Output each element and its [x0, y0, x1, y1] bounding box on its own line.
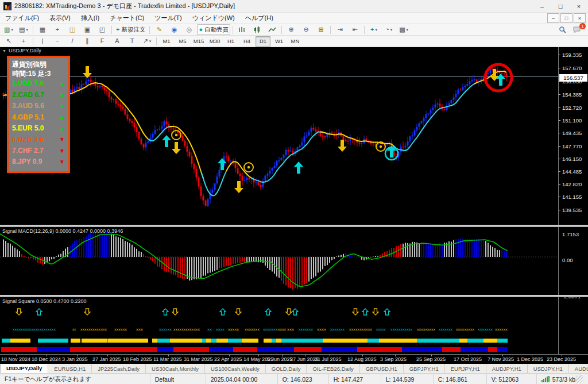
timeframe-m30[interactable]: M30	[207, 36, 222, 47]
chart-tab-audjpy-h1[interactable]: AUDJPY,H1	[486, 364, 528, 373]
chart-tab-jp225cash-daily[interactable]: JP225Cash,Daily	[92, 364, 146, 373]
time-axis-label: 11 Mar 2025	[153, 356, 182, 362]
text-button[interactable]: A	[110, 36, 124, 47]
panel-splitter[interactable]	[0, 295, 588, 297]
periods-button[interactable]: ◔▾	[382, 24, 396, 35]
line-view-button[interactable]	[265, 24, 279, 35]
profiles-button[interactable]: ▤▾	[17, 24, 30, 35]
web-terminal-button[interactable]: ◎	[182, 24, 196, 35]
menu-item-window[interactable]: ウィンドウ(W)	[187, 13, 240, 24]
timeframe-h1[interactable]: H1	[223, 36, 238, 47]
indicators-button[interactable]: +▾	[367, 24, 381, 35]
toolbar-separator	[33, 37, 33, 45]
trendline-button[interactable]: /	[65, 36, 79, 47]
navigator-button[interactable]: ◫	[65, 24, 79, 35]
cursor-button[interactable]: ↖	[2, 36, 16, 47]
signal-bar-segment	[2, 339, 10, 343]
chart-title-label[interactable]: ▼USDJPY,Daily	[2, 48, 41, 53]
child-restore-button[interactable]: □	[560, 13, 572, 23]
chart-tab-usdjpy-h1[interactable]: USDJPY,H1	[528, 364, 569, 373]
time-axis[interactable]: 18 Nov 202410 Dec 20243 Jan 202527 Jan 2…	[0, 354, 588, 364]
price-axis[interactable]: 159.335157.670156.050154.385152.720151.1…	[558, 47, 588, 354]
timeframe-m15[interactable]: M15	[191, 36, 206, 47]
menu-item-file[interactable]: ファイル(F)	[0, 13, 44, 24]
signal-x-row: xxx	[136, 327, 143, 331]
strength-row: 3.AUD 5.6▲	[12, 101, 65, 112]
chart-tab-us100cash-weekly[interactable]: US100Cash,Weekly	[205, 364, 266, 373]
timeframe-m1[interactable]: M1	[159, 36, 174, 47]
new-order-button[interactable]: +新規注文	[114, 24, 147, 35]
chart-tab-us30cash-monthly[interactable]: US30Cash,Monthly	[146, 364, 205, 373]
timeframe-m5[interactable]: M5	[175, 36, 190, 47]
signal-bar-segment	[211, 339, 216, 343]
signal-bar-segment	[228, 339, 242, 343]
text-label-button[interactable]: T	[125, 36, 139, 47]
horizontal-line-button[interactable]: −	[51, 36, 64, 47]
chart-tab-eurjpy-h1[interactable]: EURJPY,H1	[445, 364, 486, 373]
minimize-button[interactable]: –	[533, 0, 551, 12]
chart-tab-gold-daily[interactable]: GOLD,Daily	[266, 364, 307, 373]
chart-tab-usdjpy-daily[interactable]: USDJPY,Daily	[0, 363, 48, 373]
chart-tab-oil-feb26-daily[interactable]: OIL-FEB26,Daily	[307, 364, 359, 373]
templates-button[interactable]: ▩▾	[397, 24, 411, 35]
chart-tab-gbpjpy-h1[interactable]: GBPJPY,H1	[404, 364, 445, 373]
tile-windows-button[interactable]: ⊞	[314, 24, 328, 35]
chart-window[interactable]: ▼USDJPY,Daily 通貨別強弱 時間:15 足:3 1.USD 7.0▲…	[0, 47, 588, 354]
metaeditor-button[interactable]: ✎	[152, 24, 166, 35]
panel-splitter[interactable]	[0, 225, 588, 227]
arrows-button[interactable]: ↗▾	[140, 36, 154, 47]
search-button[interactable]	[555, 24, 569, 35]
macd-panel-canvas[interactable]: Signal MACD(12,26,9) 0.0000 0.4247 0.000…	[0, 227, 558, 295]
timeframe-w1[interactable]: W1	[272, 36, 287, 47]
new-chart-button[interactable]: ▥▾	[2, 24, 16, 35]
strength-row: 2.CAD 6.7▲	[12, 90, 65, 101]
timeframe-h4[interactable]: H4	[239, 36, 254, 47]
terminal-button[interactable]: ▣	[80, 24, 94, 35]
menu-item-tools[interactable]: ツール(T)	[149, 13, 187, 24]
timeframe-d1[interactable]: D1	[256, 36, 270, 47]
signal-square-canvas[interactable]: Signal Square 0.0500 0.4700 0.2200xxxxxx…	[0, 297, 558, 354]
chart-tab-audusd-h1[interactable]: AUDUSD,H1	[569, 364, 588, 373]
chart-shift-button[interactable]: ⇤	[348, 24, 362, 35]
timeframe-mn[interactable]: MN	[288, 36, 303, 47]
signal-bar-segment	[206, 339, 211, 343]
equidistant-channel-button[interactable]: ∥	[80, 36, 94, 47]
signal-trend-segment	[357, 347, 402, 352]
candles-view-button[interactable]	[250, 24, 264, 35]
menu-item-insert[interactable]: 挿入(I)	[76, 13, 105, 24]
child-close-button[interactable]: ×	[574, 13, 586, 23]
signal-up-marker	[294, 162, 303, 174]
price-axis-label: 141.155	[562, 194, 582, 200]
square-up-arrow	[220, 309, 226, 315]
maximize-button[interactable]: □	[551, 0, 570, 12]
menu-item-chart[interactable]: チャート(C)	[105, 13, 149, 24]
vertical-line-button[interactable]: |	[36, 36, 49, 47]
menu-item-help[interactable]: ヘルプ(H)	[240, 13, 278, 24]
zoom-out-button[interactable]: ⊖	[299, 24, 313, 35]
bars-view-button[interactable]	[235, 24, 249, 35]
zoom-in-button[interactable]: ⊕	[284, 24, 298, 35]
chevron-down-icon[interactable]: ▼	[2, 49, 6, 53]
status-connection: 573/3 kb	[537, 374, 588, 384]
menu-item-view[interactable]: 表示(V)	[44, 13, 76, 24]
close-button[interactable]: ×	[570, 0, 588, 12]
notifications-button[interactable]: 1	[570, 24, 584, 35]
strategy-tester-button[interactable]: ◰	[95, 24, 109, 35]
market-watch-button[interactable]: ▦	[36, 24, 49, 35]
chart-symbol-label: USDJPY,Daily	[9, 48, 41, 53]
chart-tab-gbpusd-h1[interactable]: GBPUSD,H1	[360, 364, 404, 373]
auto-trading-label: 自動売買	[204, 26, 229, 34]
auto-scroll-button[interactable]: ⇥	[333, 24, 347, 35]
community-button[interactable]: ◉	[167, 24, 181, 35]
signal-bar-segment	[483, 339, 497, 343]
resize-grip[interactable]	[575, 375, 583, 383]
data-window-button[interactable]: +	[51, 24, 64, 35]
status-profile[interactable]: Default	[150, 374, 206, 384]
child-minimize-button[interactable]: –	[547, 13, 559, 23]
fibonacci-button[interactable]: F	[95, 36, 109, 47]
auto-trading-button[interactable]: ●自動売買	[197, 24, 230, 35]
crosshair-button[interactable]: +	[17, 36, 30, 47]
main-chart-canvas[interactable]	[0, 55, 558, 225]
chart-tab-eurusd-h1[interactable]: EURUSD,H1	[48, 364, 92, 373]
traffic-label: 573/3 kb	[552, 376, 575, 383]
